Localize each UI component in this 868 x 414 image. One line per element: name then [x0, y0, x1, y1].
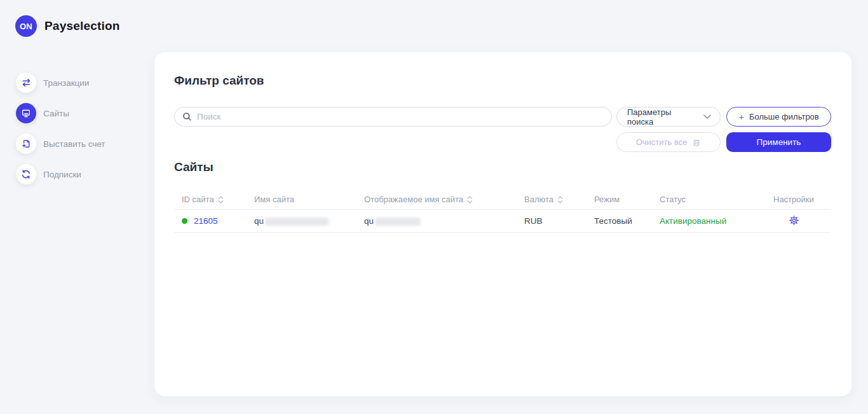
main-panel: Фильтр сайтов Параметры поиска + Больше …: [154, 52, 851, 396]
site-id-cell: 21605: [174, 216, 254, 226]
search-box[interactable]: [174, 107, 612, 127]
column-header-settings: Настройки: [773, 195, 831, 204]
column-header-status: Статус: [660, 195, 773, 204]
sort-icon[interactable]: [557, 196, 563, 204]
column-header-display-name[interactable]: Отображаемое имя сайта: [364, 195, 524, 204]
invoice-icon: [16, 134, 36, 154]
sidebar-item-label: Транзакции: [43, 78, 89, 88]
site-name-cell: qu: [254, 216, 364, 226]
clear-all-label: Очистить все: [636, 137, 688, 147]
column-header-mode: Режим: [594, 195, 660, 204]
chevron-down-icon: [703, 114, 711, 119]
sidebar-item-subscriptions[interactable]: Подписки: [0, 164, 154, 184]
search-icon: [182, 112, 192, 121]
sidebar-item-label: Выставить счет: [43, 139, 105, 149]
currency-cell: RUB: [524, 216, 594, 226]
status-cell: Активированный: [660, 216, 773, 226]
transactions-icon: [16, 72, 36, 93]
site-id-link[interactable]: 21605: [194, 216, 218, 226]
search-params-label: Параметры поиска: [627, 107, 698, 127]
table-row: 21605 qu qu RUB Тестовый Активированный: [174, 210, 831, 233]
search-input[interactable]: [197, 112, 604, 121]
sidebar-item-transactions[interactable]: Транзакции: [0, 72, 154, 93]
settings-cell: [773, 215, 831, 228]
more-filters-label: Больше фильтров: [749, 112, 819, 121]
subscriptions-icon: [16, 164, 36, 184]
sites-title: Сайты: [174, 160, 214, 174]
sort-icon[interactable]: [467, 196, 473, 204]
app-logo: ON Payselection: [15, 15, 120, 37]
column-header-site-id[interactable]: ID сайта: [174, 195, 254, 204]
sidebar-item-label: Сайты: [43, 109, 69, 118]
apply-button[interactable]: Применить: [726, 132, 831, 152]
more-filters-button[interactable]: + Больше фильтров: [726, 107, 831, 127]
filter-title: Фильтр сайтов: [174, 74, 264, 88]
trash-icon: [692, 138, 701, 147]
sites-table: ID сайта Имя сайта Отображаемое имя сайт…: [174, 190, 831, 233]
brand-name: Payselection: [44, 19, 120, 33]
sidebar: Транзакции Сайты Выставить счет Подписки…: [0, 72, 154, 195]
table-header-row: ID сайта Имя сайта Отображаемое имя сайт…: [174, 190, 831, 210]
sort-icon[interactable]: [218, 196, 224, 204]
column-header-currency[interactable]: Валюта: [524, 195, 594, 204]
gear-icon[interactable]: [789, 215, 799, 226]
sites-icon: [16, 103, 36, 123]
sidebar-item-sites[interactable]: Сайты: [0, 103, 154, 123]
column-header-site-name: Имя сайта: [254, 195, 364, 204]
sidebar-item-label: Подписки: [43, 170, 81, 179]
redacted-site-name: [265, 217, 329, 226]
redacted-display-name: [375, 217, 421, 226]
sidebar-item-invoice[interactable]: Выставить счет: [0, 134, 154, 154]
logo-icon: ON: [15, 15, 37, 37]
clear-all-button[interactable]: Очистить все: [616, 132, 721, 152]
mode-cell: Тестовый: [594, 216, 660, 226]
search-params-dropdown[interactable]: Параметры поиска: [616, 107, 721, 127]
display-name-cell: qu: [364, 216, 524, 226]
plus-icon: +: [738, 111, 744, 122]
status-dot: [182, 218, 187, 224]
